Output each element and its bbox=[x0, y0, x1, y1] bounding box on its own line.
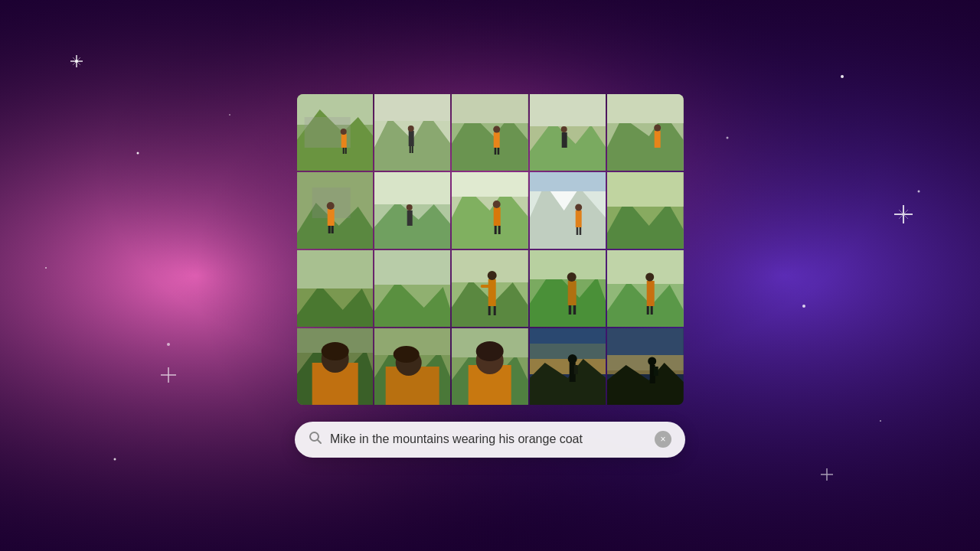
photo-cell-7[interactable] bbox=[374, 172, 450, 249]
svg-rect-48 bbox=[498, 148, 500, 155]
photo-cell-2[interactable] bbox=[374, 94, 450, 171]
svg-rect-68 bbox=[374, 172, 450, 204]
svg-rect-108 bbox=[568, 305, 571, 315]
main-content: × bbox=[0, 0, 980, 551]
photo-cell-10[interactable] bbox=[607, 172, 683, 249]
photo-cell-15[interactable] bbox=[607, 250, 683, 327]
svg-rect-85 bbox=[579, 227, 581, 235]
photo-cell-3[interactable] bbox=[452, 94, 528, 171]
svg-line-151 bbox=[318, 440, 321, 443]
photo-cell-16[interactable] bbox=[297, 328, 373, 405]
svg-rect-74 bbox=[494, 207, 501, 226]
svg-rect-34 bbox=[345, 148, 346, 154]
search-input[interactable] bbox=[330, 432, 647, 446]
svg-point-114 bbox=[645, 272, 654, 281]
svg-rect-47 bbox=[495, 148, 497, 155]
svg-rect-116 bbox=[651, 306, 653, 315]
svg-rect-101 bbox=[494, 306, 496, 315]
svg-rect-57 bbox=[655, 131, 661, 148]
photo-cell-20[interactable] bbox=[607, 328, 683, 405]
svg-point-70 bbox=[407, 204, 413, 210]
svg-rect-38 bbox=[409, 131, 414, 146]
svg-point-63 bbox=[326, 202, 334, 210]
svg-rect-115 bbox=[647, 306, 649, 315]
search-bar: × bbox=[295, 422, 685, 458]
svg-rect-33 bbox=[342, 148, 344, 154]
svg-point-122 bbox=[321, 342, 348, 360]
svg-point-39 bbox=[408, 126, 414, 132]
svg-rect-37 bbox=[374, 94, 450, 121]
photo-cell-12[interactable] bbox=[374, 250, 450, 327]
svg-point-53 bbox=[560, 126, 567, 132]
svg-rect-142 bbox=[573, 365, 577, 374]
clear-button[interactable]: × bbox=[655, 431, 671, 448]
svg-rect-106 bbox=[567, 281, 576, 305]
svg-rect-40 bbox=[410, 146, 411, 153]
svg-rect-52 bbox=[561, 132, 567, 148]
photo-cell-17[interactable] bbox=[374, 328, 450, 405]
photo-cell-9[interactable] bbox=[530, 172, 606, 249]
clear-icon: × bbox=[660, 435, 665, 444]
svg-point-148 bbox=[648, 357, 656, 365]
svg-rect-113 bbox=[647, 281, 655, 306]
svg-rect-100 bbox=[488, 306, 491, 315]
svg-point-75 bbox=[493, 201, 501, 208]
svg-point-99 bbox=[488, 271, 497, 280]
svg-rect-109 bbox=[573, 305, 576, 315]
svg-rect-73 bbox=[452, 172, 528, 197]
svg-point-32 bbox=[340, 129, 346, 135]
svg-rect-88 bbox=[607, 172, 683, 207]
svg-point-107 bbox=[567, 272, 576, 282]
svg-point-46 bbox=[493, 126, 500, 132]
svg-rect-31 bbox=[341, 134, 346, 148]
svg-point-134 bbox=[476, 341, 504, 361]
photo-cell-1[interactable] bbox=[297, 94, 373, 171]
svg-rect-56 bbox=[607, 94, 683, 123]
svg-rect-51 bbox=[530, 94, 606, 126]
photo-cell-11[interactable] bbox=[297, 250, 373, 327]
svg-rect-62 bbox=[327, 209, 334, 226]
photo-cell-6[interactable] bbox=[297, 172, 373, 249]
photo-cell-19[interactable] bbox=[530, 328, 606, 405]
svg-point-141 bbox=[567, 354, 577, 364]
svg-rect-102 bbox=[481, 285, 490, 288]
search-icon bbox=[309, 431, 322, 448]
svg-rect-41 bbox=[412, 146, 413, 153]
svg-rect-44 bbox=[452, 94, 528, 123]
svg-point-128 bbox=[394, 346, 420, 363]
svg-rect-64 bbox=[328, 226, 330, 233]
svg-rect-149 bbox=[654, 367, 658, 376]
svg-rect-84 bbox=[576, 227, 578, 235]
photo-cell-14[interactable] bbox=[530, 250, 606, 327]
svg-rect-81 bbox=[530, 172, 606, 191]
svg-rect-65 bbox=[331, 226, 333, 233]
svg-rect-77 bbox=[498, 226, 501, 234]
photo-cell-13[interactable] bbox=[452, 250, 528, 327]
photo-grid bbox=[297, 94, 684, 405]
photo-cell-5[interactable] bbox=[607, 94, 683, 171]
photo-cell-18[interactable] bbox=[452, 328, 528, 405]
svg-point-58 bbox=[654, 124, 661, 131]
svg-rect-91 bbox=[297, 250, 373, 289]
photo-cell-8[interactable] bbox=[452, 172, 528, 249]
svg-rect-69 bbox=[407, 210, 413, 226]
svg-rect-112 bbox=[607, 250, 683, 284]
svg-rect-94 bbox=[374, 250, 450, 285]
svg-rect-76 bbox=[495, 226, 497, 234]
photo-cell-4[interactable] bbox=[530, 94, 606, 171]
svg-rect-45 bbox=[494, 132, 500, 148]
svg-rect-82 bbox=[575, 210, 581, 227]
svg-point-83 bbox=[575, 204, 582, 210]
svg-rect-98 bbox=[488, 279, 496, 306]
